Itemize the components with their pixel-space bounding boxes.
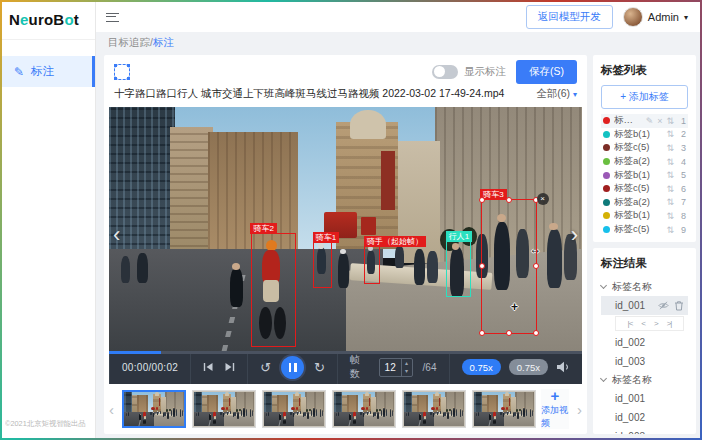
- pedestrian-figure: [444, 412, 445, 416]
- delete-box-button[interactable]: ×: [537, 193, 549, 205]
- progress-track[interactable]: [109, 351, 582, 354]
- logo-letter: uroB: [29, 11, 65, 28]
- pager-button[interactable]: >|: [667, 319, 672, 328]
- add-label-button[interactable]: + 添加标签: [601, 85, 688, 109]
- strip-prev-chevron[interactable]: ‹: [106, 401, 117, 418]
- label-row[interactable]: 标签b(1)⇅5: [601, 168, 688, 182]
- add-video-button[interactable]: + 添加视频: [541, 389, 569, 429]
- close-icon[interactable]: ×: [657, 116, 662, 126]
- pause-button[interactable]: [281, 356, 304, 379]
- resize-handle[interactable]: [506, 330, 512, 336]
- label-row[interactable]: 标签a(2)⇅4: [601, 155, 688, 169]
- resize-handle[interactable]: [479, 263, 485, 269]
- strip-next-chevron[interactable]: ›: [574, 401, 585, 418]
- resize-handle[interactable]: [533, 263, 539, 269]
- video-thumbnail[interactable]: [192, 390, 256, 428]
- replay-10-icon[interactable]: ↺: [260, 361, 271, 374]
- sort-icon[interactable]: ⇅: [666, 170, 674, 180]
- bounding-box[interactable]: 骑车2: [251, 233, 296, 347]
- label-row[interactable]: 标签名字最长数...✎×⇅1: [601, 114, 688, 128]
- sidebar-item-label: 标注: [31, 64, 54, 79]
- tools-row: 显示标注 保存(S): [104, 55, 587, 86]
- pager-button[interactable]: |<: [628, 319, 633, 328]
- pedestrian-figure: [437, 411, 438, 412]
- breadcrumb-parent[interactable]: 目标追踪: [108, 36, 150, 48]
- rect-select-tool-icon[interactable]: [114, 64, 130, 80]
- sort-icon[interactable]: ⇅: [666, 129, 674, 139]
- annotation-overlay: ‹ › ↔ + 骑车2骑车1骑手（起始帧）行人1骑车3×: [109, 107, 582, 351]
- result-item[interactable]: id_002: [601, 333, 688, 352]
- sort-icon[interactable]: ⇅: [666, 197, 674, 207]
- video-player[interactable]: ‹ › ↔ + 骑车2骑车1骑手（起始帧）行人1骑车3×: [109, 107, 582, 351]
- label-row[interactable]: 标签b(1)⇅2: [601, 128, 688, 142]
- resize-handle[interactable]: [479, 197, 485, 203]
- result-item[interactable]: id_003: [601, 352, 688, 371]
- sort-icon[interactable]: ⇅: [666, 143, 674, 153]
- edit-icon[interactable]: ✎: [646, 116, 654, 126]
- forward-10-icon[interactable]: ↻: [314, 361, 325, 374]
- frame-input[interactable]: 12 ▴▾: [379, 358, 413, 377]
- filter-dropdown[interactable]: 全部(6) ▾: [536, 87, 577, 101]
- video-thumbnail[interactable]: [262, 390, 326, 428]
- next-video-chevron[interactable]: ›: [571, 224, 578, 246]
- result-group-header[interactable]: 标签名称: [601, 278, 688, 296]
- next-frame-icon[interactable]: [224, 362, 235, 372]
- bounding-box[interactable]: 行人1: [446, 241, 471, 297]
- thumbnail-image: [264, 392, 324, 426]
- app-logo: NeuroBot: [2, 2, 95, 40]
- result-item[interactable]: id_001: [601, 296, 688, 315]
- screenshot-frame: NeuroBot ✎ 标注 ©2021北京矩视智能出品 返回模型开发 Admin…: [0, 0, 702, 440]
- sidebar-item-annotate[interactable]: ✎ 标注: [2, 56, 95, 87]
- result-item[interactable]: id_001: [601, 389, 688, 408]
- frame-step-segment: [190, 351, 247, 384]
- building: [207, 395, 218, 412]
- prev-frame-icon[interactable]: [203, 362, 214, 372]
- step-up-icon[interactable]: ▴: [402, 359, 412, 368]
- collapse-menu-icon[interactable]: [106, 13, 119, 22]
- save-button[interactable]: 保存(S): [516, 60, 577, 84]
- label-name: 标签a(2): [614, 196, 662, 209]
- pedestrian-figure: [227, 411, 228, 412]
- sort-icon[interactable]: ⇅: [666, 211, 674, 221]
- bounding-box[interactable]: 骑手（起始帧）: [364, 246, 380, 284]
- sort-icon[interactable]: ⇅: [666, 225, 674, 235]
- label-row[interactable]: 标签a(2)⇅7: [601, 196, 688, 210]
- result-item[interactable]: id_003: [601, 427, 688, 434]
- resize-handle[interactable]: [479, 330, 485, 336]
- trash-icon[interactable]: [674, 300, 684, 311]
- video-thumbnail[interactable]: [332, 390, 396, 428]
- back-to-model-dev-button[interactable]: 返回模型开发: [526, 5, 613, 29]
- result-item[interactable]: id_002: [601, 408, 688, 427]
- bounding-box[interactable]: 骑车1: [313, 242, 332, 287]
- sort-icon[interactable]: ⇅: [666, 116, 674, 126]
- step-down-icon[interactable]: ▾: [402, 367, 412, 376]
- thumbnail-image: [124, 392, 184, 426]
- show-annotation-toggle[interactable]: [432, 65, 458, 79]
- neurobot-app: NeuroBot ✎ 标注 ©2021北京矩视智能出品 返回模型开发 Admin…: [2, 2, 700, 438]
- resize-handle[interactable]: [533, 330, 539, 336]
- pager-button[interactable]: <: [641, 319, 645, 328]
- label-row[interactable]: 标签c(5)⇅6: [601, 182, 688, 196]
- hide-icon[interactable]: [658, 300, 669, 311]
- label-row[interactable]: 标签c(5)⇅9: [601, 223, 688, 237]
- speed-pill[interactable]: 0.75x: [509, 359, 548, 375]
- sort-icon[interactable]: ⇅: [666, 184, 674, 194]
- volume-icon[interactable]: [556, 361, 570, 373]
- video-thumbnail[interactable]: [472, 390, 536, 428]
- resize-handle[interactable]: [506, 197, 512, 203]
- sort-icon[interactable]: ⇅: [666, 157, 674, 167]
- user-menu[interactable]: Admin ▾: [623, 7, 688, 27]
- label-row[interactable]: 标签b(1)⇅8: [601, 209, 688, 223]
- video-thumbnail[interactable]: [122, 390, 186, 428]
- speed-pill-active[interactable]: 0.75x: [462, 359, 501, 375]
- thumbnail-image: [474, 392, 534, 426]
- result-group-header[interactable]: 标签名称: [601, 371, 688, 389]
- bounding-box[interactable]: 骑车3×: [481, 199, 537, 334]
- pager-button[interactable]: >: [654, 319, 658, 328]
- label-row[interactable]: 标签c(5)⇅3: [601, 141, 688, 155]
- video-thumbnail[interactable]: [402, 390, 466, 428]
- group-name: 标签名称: [612, 373, 652, 387]
- color-dot-icon: [603, 199, 610, 206]
- prev-video-chevron[interactable]: ‹: [113, 224, 120, 246]
- frame-value[interactable]: 12: [380, 359, 401, 376]
